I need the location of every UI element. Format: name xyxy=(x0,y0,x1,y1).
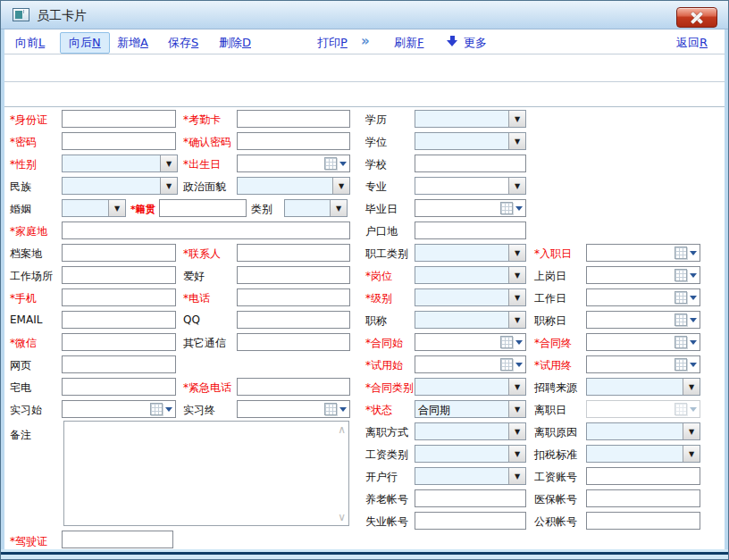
school-label: 学校 xyxy=(365,157,387,172)
contract-type-select[interactable]: ▼ xyxy=(415,378,526,396)
confirm-password-input[interactable] xyxy=(237,132,350,150)
wechat-input[interactable] xyxy=(62,333,176,351)
workplace-label: 工作场所 xyxy=(10,269,53,284)
marital-status-select[interactable]: ▼ xyxy=(62,199,126,217)
job-title-select[interactable]: ▼ xyxy=(415,311,526,329)
pension-account-input[interactable] xyxy=(415,489,526,507)
contract-end-datepicker[interactable] xyxy=(586,333,700,351)
chevron-down-icon xyxy=(690,363,697,371)
salary-type-select[interactable]: ▼ xyxy=(415,445,526,463)
save-button[interactable]: 保存S xyxy=(168,35,198,51)
registered-address-input[interactable] xyxy=(415,221,526,239)
native-place-label: *籍贯 xyxy=(130,203,155,216)
prev-button[interactable]: 向前L xyxy=(15,35,45,51)
leave-reason-select[interactable]: ▼ xyxy=(586,422,700,440)
ethnicity-select[interactable]: ▼ xyxy=(62,177,178,195)
school-input[interactable] xyxy=(415,155,526,172)
other-contact-input[interactable] xyxy=(237,333,350,351)
home-address-input[interactable] xyxy=(62,221,350,239)
chevron-down-icon: ▼ xyxy=(508,178,525,194)
marital-status-label: 婚姻 xyxy=(10,202,31,217)
scroll-up-icon[interactable]: ∧ xyxy=(338,423,346,436)
calendar-icon xyxy=(675,269,687,281)
next-button[interactable]: 向后N xyxy=(60,32,110,54)
birth-date-datepicker[interactable] xyxy=(237,155,350,172)
gender-select[interactable]: ▼ xyxy=(62,155,178,172)
attendance-card-input[interactable] xyxy=(237,110,350,128)
email-input[interactable] xyxy=(62,311,176,329)
qq-input[interactable] xyxy=(237,311,350,329)
status-select[interactable]: 合同期▼ xyxy=(415,400,526,418)
medical-account-input[interactable] xyxy=(586,489,700,507)
onboard-date-datepicker[interactable] xyxy=(586,266,700,284)
hobby-input[interactable] xyxy=(237,266,350,284)
category-select[interactable]: ▼ xyxy=(284,199,348,217)
chevron-down-icon: ▼ xyxy=(508,468,525,484)
remarks-textarea[interactable]: ∧ ∨ xyxy=(63,421,349,526)
emergency-phone-input[interactable] xyxy=(237,378,350,396)
add-button[interactable]: 新增A xyxy=(117,35,148,51)
leave-method-select[interactable]: ▼ xyxy=(415,422,526,440)
phone-input[interactable] xyxy=(237,288,350,306)
calendar-icon xyxy=(675,247,687,259)
scroll-down-icon[interactable]: ∨ xyxy=(338,511,346,523)
bank-select[interactable]: ▼ xyxy=(415,467,526,485)
probation-start-datepicker[interactable] xyxy=(415,355,526,373)
housing-fund-account-input[interactable] xyxy=(586,512,700,530)
unemployment-account-input[interactable] xyxy=(415,512,526,530)
title-bar[interactable]: 员工卡片 xyxy=(1,1,729,29)
degree-label: 学位 xyxy=(365,135,387,150)
recruit-source-select[interactable]: ▼ xyxy=(586,378,700,396)
more-arrow-icon[interactable] xyxy=(447,35,458,47)
education-select[interactable]: ▼ xyxy=(415,110,526,128)
chevron-down-icon xyxy=(165,407,172,415)
back-button[interactable]: 返回R xyxy=(676,35,708,51)
registered-address-label: 户口地 xyxy=(365,224,398,239)
id-card-input[interactable] xyxy=(62,110,176,128)
tax-standard-label: 扣税标准 xyxy=(534,447,577,463)
chevron-down-icon xyxy=(339,407,347,415)
contract-start-datepicker[interactable] xyxy=(415,333,526,351)
more-button[interactable]: 更多 xyxy=(464,35,487,51)
delete-button[interactable]: 删除D xyxy=(219,35,251,51)
window-frame-bottom xyxy=(1,549,728,559)
employee-type-select[interactable]: ▼ xyxy=(415,244,526,262)
home-phone-input[interactable] xyxy=(62,378,176,396)
title-date-datepicker[interactable] xyxy=(586,311,700,329)
print-button[interactable]: 打印P xyxy=(317,35,348,51)
mobile-label: *手机 xyxy=(10,291,37,306)
driver-license-input[interactable] xyxy=(62,531,173,548)
intern-start-datepicker[interactable] xyxy=(62,400,176,418)
major-select[interactable]: ▼ xyxy=(415,177,526,195)
mobile-input[interactable] xyxy=(62,288,176,306)
chevron-down-icon: ▼ xyxy=(508,379,525,395)
native-place-input[interactable] xyxy=(159,199,247,217)
close-button[interactable] xyxy=(676,7,717,28)
political-status-select[interactable]: ▼ xyxy=(237,177,350,195)
leave-date-datepicker xyxy=(586,400,700,418)
hire-date-datepicker[interactable] xyxy=(586,244,700,262)
chevron-down-icon: ▼ xyxy=(508,289,525,305)
political-status-label: 政治面貌 xyxy=(183,180,226,195)
webpage-input[interactable] xyxy=(62,355,176,373)
intern-end-datepicker[interactable] xyxy=(237,400,350,418)
hobby-label: 爱好 xyxy=(183,269,205,284)
refresh-button[interactable]: 刷新F xyxy=(394,35,423,51)
position-select[interactable]: ▼ xyxy=(415,266,526,284)
archive-address-input[interactable] xyxy=(62,244,176,262)
degree-select[interactable]: ▼ xyxy=(415,132,526,150)
salary-account-input[interactable] xyxy=(586,467,700,485)
contact-person-input[interactable] xyxy=(237,244,350,262)
hire-date-label: *入职日 xyxy=(534,247,572,262)
workplace-input[interactable] xyxy=(62,266,176,284)
bank-label: 开户行 xyxy=(365,470,398,485)
window-frame-left xyxy=(1,28,4,559)
expand-chevrons-icon[interactable]: » xyxy=(361,33,370,49)
tax-standard-select[interactable]: ▼ xyxy=(586,445,700,463)
probation-end-datepicker[interactable] xyxy=(586,355,700,373)
work-date-datepicker[interactable] xyxy=(586,288,700,306)
password-input[interactable] xyxy=(62,132,176,150)
chevron-down-icon: ▼ xyxy=(508,267,525,283)
grade-select[interactable]: ▼ xyxy=(415,288,526,306)
graduation-date-datepicker[interactable] xyxy=(415,199,526,217)
